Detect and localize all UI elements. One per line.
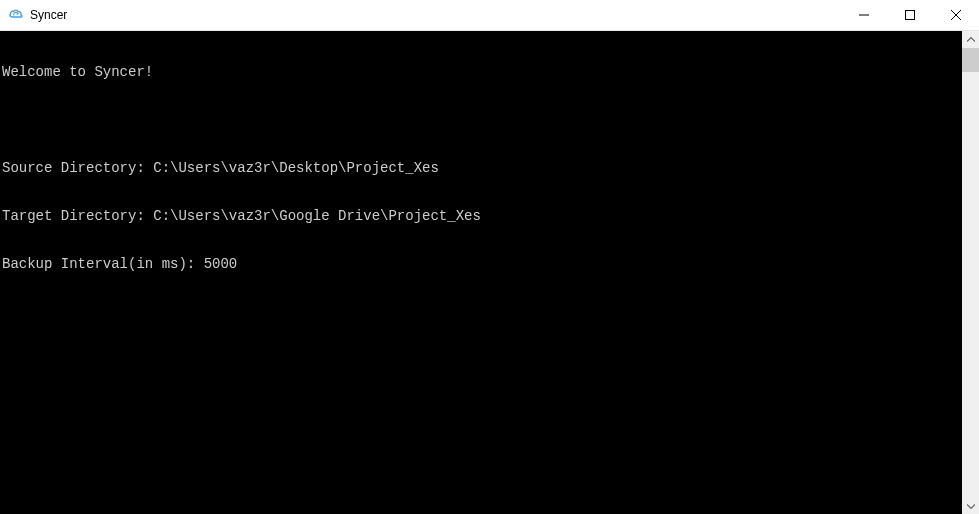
scroll-down-button[interactable]: [962, 497, 979, 514]
terminal-line: Source Directory: C:\Users\vaz3r\Desktop…: [2, 160, 960, 176]
scroll-thumb[interactable]: [962, 48, 979, 72]
close-button[interactable]: [933, 0, 979, 30]
minimize-button[interactable]: [841, 0, 887, 30]
vertical-scrollbar[interactable]: [962, 31, 979, 514]
app-icon: [8, 7, 24, 23]
terminal-line: Backup Interval(in ms): 5000: [2, 256, 960, 272]
terminal-line: [2, 112, 960, 128]
maximize-button[interactable]: [887, 0, 933, 30]
scroll-up-button[interactable]: [962, 31, 979, 48]
content-area: Welcome to Syncer! Source Directory: C:\…: [0, 31, 979, 514]
terminal-output[interactable]: Welcome to Syncer! Source Directory: C:\…: [0, 31, 962, 514]
svg-rect-1: [906, 11, 915, 20]
scroll-track[interactable]: [962, 48, 979, 497]
terminal-line: Target Directory: C:\Users\vaz3r\Google …: [2, 208, 960, 224]
window-controls: [841, 0, 979, 30]
terminal-line: Welcome to Syncer!: [2, 64, 960, 80]
titlebar: Syncer: [0, 0, 979, 31]
app-title: Syncer: [30, 8, 67, 22]
